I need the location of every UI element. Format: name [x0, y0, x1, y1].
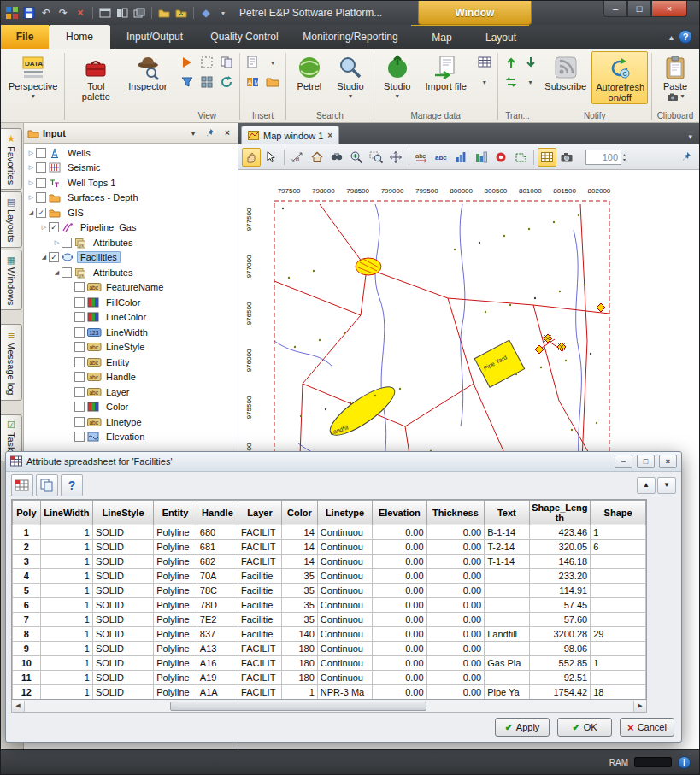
- cancel-button[interactable]: ×Cancel: [620, 718, 674, 737]
- cell[interactable]: [485, 583, 529, 597]
- text-abc-icon[interactable]: abc: [432, 148, 451, 167]
- cell[interactable]: Polyline: [154, 626, 197, 641]
- cell[interactable]: SOLID: [92, 641, 153, 655]
- tree-item-handle[interactable]: abcHandle: [24, 370, 238, 385]
- select-arrow-icon[interactable]: [262, 148, 280, 167]
- perspective-button[interactable]: DATA Perspective ▾: [5, 51, 61, 103]
- tool-palette-button[interactable]: Tool palette: [68, 51, 123, 103]
- new-item-icon[interactable]: [244, 53, 262, 72]
- cell[interactable]: 0.00: [373, 684, 426, 699]
- row-number-cell[interactable]: 5: [13, 583, 41, 597]
- tree-item-fillcolor[interactable]: FillColor: [24, 295, 238, 310]
- sidebar-tab-windows[interactable]: ▦Windows: [1, 250, 22, 311]
- expander-icon[interactable]: ▷: [52, 239, 62, 246]
- folder-open-icon[interactable]: [156, 5, 172, 21]
- panel-pin-icon[interactable]: [203, 126, 217, 140]
- cell[interactable]: [485, 670, 529, 684]
- cell[interactable]: 7E2: [197, 612, 238, 626]
- checkbox-unchecked[interactable]: [74, 297, 85, 308]
- cell[interactable]: 1: [591, 525, 646, 539]
- data-table-icon[interactable]: [475, 53, 494, 72]
- column-header-text[interactable]: Text: [485, 500, 529, 525]
- camera-icon[interactable]: [557, 148, 576, 167]
- checkbox-unchecked[interactable]: [74, 432, 85, 442]
- spreadsheet-icon[interactable]: [538, 148, 556, 167]
- cell[interactable]: Polyline: [154, 641, 197, 655]
- checkbox-unchecked[interactable]: [36, 162, 46, 173]
- minimize-button[interactable]: –: [603, 1, 627, 17]
- checkbox-unchecked[interactable]: [74, 282, 85, 292]
- cell[interactable]: 1: [40, 597, 92, 612]
- cell[interactable]: 1: [40, 568, 92, 583]
- cell[interactable]: Gas Pla: [485, 655, 529, 670]
- cell[interactable]: SOLID: [92, 612, 153, 626]
- cell[interactable]: 114.91: [529, 583, 591, 597]
- cell[interactable]: 14: [282, 525, 318, 539]
- scrollbar-thumb[interactable]: [170, 702, 426, 711]
- cell[interactable]: 681: [197, 539, 238, 554]
- cell[interactable]: [591, 597, 646, 612]
- column-header-thickness[interactable]: Thickness: [426, 500, 485, 525]
- cell[interactable]: Polyline: [154, 539, 197, 554]
- cell[interactable]: Continuou: [317, 655, 372, 670]
- tree-item-wells[interactable]: ▷Wells: [24, 145, 238, 161]
- refresh-view-icon[interactable]: [217, 73, 236, 91]
- cell[interactable]: [485, 597, 529, 612]
- tree-item-facilities[interactable]: ◢✓Facilities: [24, 250, 238, 266]
- cell[interactable]: 1: [40, 655, 92, 670]
- map-window-tab[interactable]: Map window 1 ×: [241, 126, 339, 144]
- tree-item-color[interactable]: Color: [24, 400, 238, 415]
- cell[interactable]: SOLID: [92, 525, 153, 539]
- tree-item-seismic[interactable]: ▷Seismic: [24, 161, 238, 176]
- cell[interactable]: 70A: [197, 568, 238, 583]
- expander-icon[interactable]: ▷: [26, 164, 36, 171]
- row-number-cell[interactable]: 7: [13, 612, 41, 626]
- collapse-ribbon-icon[interactable]: ▴: [669, 32, 674, 42]
- sidebar-tab-layouts[interactable]: ▤Layouts: [1, 191, 22, 248]
- cell[interactable]: 0.00: [373, 525, 426, 539]
- apply-button[interactable]: ✔Apply: [495, 718, 550, 737]
- ribbon-tab-monitoring-reporting[interactable]: Monitoring/Reporting: [290, 25, 411, 49]
- zoom-box-icon[interactable]: [367, 148, 385, 167]
- cell[interactable]: SOLID: [92, 539, 153, 554]
- cell[interactable]: B-1-14: [485, 525, 529, 539]
- window-contextual-tab[interactable]: Window: [418, 1, 532, 25]
- autorefresh-button[interactable]: C Autorefresh on/off: [591, 51, 648, 104]
- cell[interactable]: 180: [282, 655, 318, 670]
- cell[interactable]: 6: [591, 539, 646, 554]
- ribbon-tab-home[interactable]: Home: [49, 25, 110, 49]
- cell[interactable]: Polyline: [154, 670, 197, 684]
- window-new-icon[interactable]: [97, 5, 113, 21]
- inspector-button[interactable]: Inspector: [125, 51, 170, 92]
- cell[interactable]: Continuou: [317, 641, 372, 655]
- cell[interactable]: 35: [282, 612, 318, 626]
- cell[interactable]: 1: [40, 525, 92, 539]
- panel-close-icon[interactable]: ×: [221, 126, 234, 140]
- cell[interactable]: Landfill: [485, 626, 529, 641]
- transfer-sync-icon[interactable]: [502, 73, 521, 91]
- cell[interactable]: 1: [40, 583, 92, 597]
- cell[interactable]: 0.00: [426, 612, 485, 626]
- dialog-titlebar[interactable]: Attribute spreadsheet for 'Facilities' –…: [6, 452, 681, 472]
- cell[interactable]: 0.00: [373, 597, 426, 612]
- studio-search-button[interactable]: Studio ▾: [331, 51, 370, 103]
- column-header-poly[interactable]: Poly: [13, 500, 41, 525]
- cell[interactable]: 1: [40, 612, 92, 626]
- cell[interactable]: 1: [40, 554, 92, 568]
- cell[interactable]: Polyline: [154, 583, 197, 597]
- cell[interactable]: 35: [282, 583, 318, 597]
- zoom-level-input[interactable]: 100: [585, 150, 621, 165]
- cell[interactable]: 0.00: [426, 597, 485, 612]
- petrel-search-button[interactable]: Petrel: [290, 51, 329, 92]
- tree-item-gis[interactable]: ◢✓GIS: [24, 205, 238, 220]
- insert-caret-icon[interactable]: ▾: [263, 53, 282, 72]
- row-number-cell[interactable]: 12: [13, 684, 41, 699]
- scroll-down-icon[interactable]: ▼: [657, 477, 676, 494]
- tree-item-attributes[interactable]: ◢ysAttributes: [24, 265, 238, 280]
- window-cascade-icon[interactable]: [132, 5, 147, 21]
- checkbox-unchecked[interactable]: [36, 178, 46, 188]
- cell[interactable]: 98.06: [529, 641, 591, 655]
- cell[interactable]: 0.00: [373, 641, 426, 655]
- row-number-cell[interactable]: 4: [13, 568, 41, 583]
- sidebar-tab-favorites[interactable]: ★Favorites: [1, 128, 22, 190]
